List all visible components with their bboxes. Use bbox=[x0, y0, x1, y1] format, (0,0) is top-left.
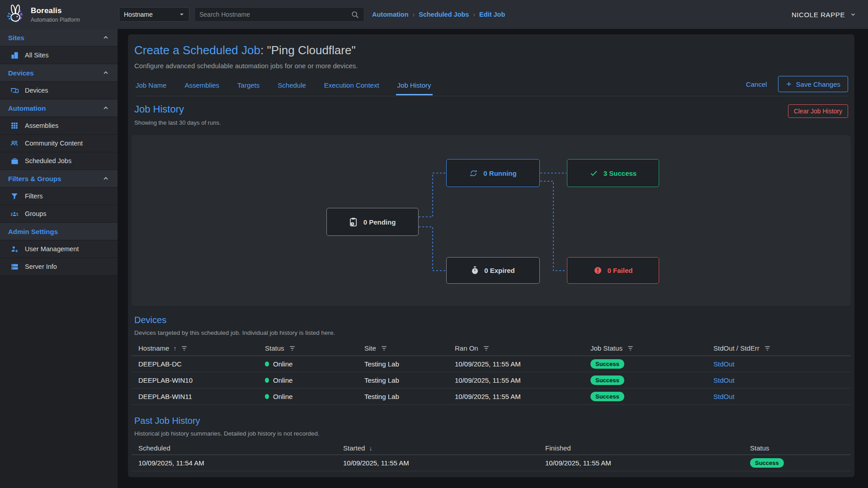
sidebar: Sites All Sites Devices Devices Automati… bbox=[0, 29, 118, 488]
breadcrumb-automation[interactable]: Automation bbox=[372, 11, 409, 18]
search-box[interactable] bbox=[194, 7, 364, 22]
search-icon[interactable] bbox=[351, 10, 359, 19]
chevron-up-icon bbox=[102, 69, 109, 76]
user-menu[interactable]: NICOLE RAPPE bbox=[792, 11, 856, 19]
sidebar-section-admin-settings[interactable]: Admin Settings bbox=[0, 223, 118, 240]
brand-subtitle: Automation Platform bbox=[31, 17, 80, 23]
column-header-stdout-stderr[interactable]: StdOut / StdErr bbox=[713, 344, 760, 352]
column-header-finished[interactable]: Finished bbox=[545, 444, 571, 452]
filter-icon[interactable] bbox=[764, 345, 771, 352]
stdout-link[interactable]: StdOut bbox=[713, 393, 851, 400]
column-header-status[interactable]: Status bbox=[750, 444, 769, 452]
column-header-scheduled[interactable]: Scheduled bbox=[138, 444, 170, 452]
people-icon bbox=[10, 139, 19, 148]
funnel-icon bbox=[10, 192, 19, 201]
sidebar-section-devices[interactable]: Devices bbox=[0, 64, 118, 82]
filter-icon[interactable] bbox=[288, 345, 296, 352]
device-site: Testing Lab bbox=[364, 393, 455, 400]
device-status: Online bbox=[273, 376, 292, 384]
chevron-down-icon bbox=[850, 11, 856, 18]
sidebar-item-label: Devices bbox=[25, 87, 48, 94]
clear-job-history-button[interactable]: Clear Job History bbox=[788, 104, 848, 118]
past-job-history-description: Historical job history summaries. Detail… bbox=[134, 430, 848, 437]
sidebar-section-automation[interactable]: Automation bbox=[0, 99, 118, 117]
sidebar-item-devices[interactable]: Devices bbox=[0, 82, 118, 99]
sidebar-item-community-content[interactable]: Community Content bbox=[0, 135, 118, 152]
tab-job-name[interactable]: Job Name bbox=[134, 77, 168, 95]
briefcase-icon bbox=[10, 156, 19, 165]
breadcrumb: Automation › Scheduled Jobs › Edit Job bbox=[372, 11, 505, 18]
sidebar-section-label: Filters & Groups bbox=[8, 175, 61, 183]
job-status-badge: Success bbox=[590, 392, 624, 401]
job-history-description: Showing the last 30 days of runs. bbox=[134, 119, 221, 126]
breadcrumb-edit-job[interactable]: Edit Job bbox=[479, 11, 505, 18]
tabs-row: Job Name Assemblies Targets Schedule Exe… bbox=[134, 76, 848, 96]
sidebar-item-all-sites[interactable]: All Sites bbox=[0, 47, 118, 64]
breadcrumb-scheduled-jobs[interactable]: Scheduled Jobs bbox=[419, 11, 469, 18]
sidebar-item-scheduled-jobs[interactable]: Scheduled Jobs bbox=[0, 152, 118, 170]
filter-icon[interactable] bbox=[627, 345, 634, 352]
hostname-filter-value: Hostname bbox=[124, 11, 153, 18]
hostname-filter-select[interactable]: Hostname bbox=[119, 7, 189, 22]
device-ran-on: 10/09/2025, 11:55 AM bbox=[455, 360, 590, 368]
tab-assemblies[interactable]: Assemblies bbox=[183, 77, 221, 95]
flow-node-running-label: 0 Running bbox=[483, 169, 516, 177]
column-header-ran-on[interactable]: Ran On bbox=[455, 344, 478, 352]
sidebar-item-label: All Sites bbox=[25, 52, 48, 59]
column-header-hostname[interactable]: Hostname bbox=[138, 344, 169, 352]
device-hostname: DEEPLAB-WIN10 bbox=[138, 376, 265, 384]
stdout-link[interactable]: StdOut bbox=[713, 376, 851, 384]
flow-node-running[interactable]: 0 Running bbox=[446, 159, 540, 187]
sidebar-item-user-management[interactable]: User Management bbox=[0, 240, 118, 258]
clipboard-clock-icon bbox=[349, 217, 358, 227]
check-icon bbox=[590, 169, 598, 178]
past-started: 10/09/2025, 11:55 AM bbox=[343, 459, 545, 467]
page-subtitle: Configure advanced schedulable automatio… bbox=[134, 62, 848, 70]
column-header-started[interactable]: Started bbox=[343, 444, 365, 452]
filter-icon[interactable] bbox=[180, 345, 188, 352]
filter-icon[interactable] bbox=[380, 345, 388, 352]
sidebar-item-label: Server Info bbox=[25, 263, 57, 270]
sidebar-item-filters[interactable]: Filters bbox=[0, 188, 118, 205]
column-header-site[interactable]: Site bbox=[364, 344, 376, 352]
job-status-badge: Success bbox=[590, 359, 624, 369]
tab-execution-context[interactable]: Execution Context bbox=[323, 77, 381, 95]
flow-node-failed-label: 0 Failed bbox=[608, 267, 633, 274]
tab-job-history[interactable]: Job History bbox=[396, 77, 433, 95]
past-job-row: 10/09/2025, 11:54 AM 10/09/2025, 11:55 A… bbox=[132, 455, 851, 471]
online-status-dot bbox=[265, 361, 269, 366]
past-scheduled: 10/09/2025, 11:54 AM bbox=[138, 459, 343, 467]
sidebar-item-assemblies[interactable]: Assemblies bbox=[0, 117, 118, 135]
column-header-status[interactable]: Status bbox=[265, 344, 284, 352]
past-status-badge: Success bbox=[750, 458, 784, 468]
job-status-flow-diagram: 0 Pending 0 Running 3 Success 0 Expired bbox=[132, 135, 851, 306]
flow-node-expired-label: 0 Expired bbox=[484, 267, 515, 274]
column-header-job-status[interactable]: Job Status bbox=[590, 344, 623, 352]
sidebar-section-sites[interactable]: Sites bbox=[0, 29, 118, 47]
online-status-dot bbox=[265, 394, 269, 399]
sync-icon bbox=[469, 169, 478, 178]
stdout-link[interactable]: StdOut bbox=[713, 360, 851, 368]
flow-node-pending[interactable]: 0 Pending bbox=[326, 208, 419, 236]
tab-targets[interactable]: Targets bbox=[236, 77, 261, 95]
server-icon bbox=[10, 262, 19, 271]
device-row: DEEPLAB-DC Online Testing Lab 10/09/2025… bbox=[132, 356, 851, 372]
sidebar-item-server-info[interactable]: Server Info bbox=[0, 258, 118, 276]
tab-schedule[interactable]: Schedule bbox=[276, 77, 307, 95]
sidebar-section-filters-groups[interactable]: Filters & Groups bbox=[0, 170, 118, 188]
sort-ascending-icon[interactable]: ↑ bbox=[173, 345, 176, 352]
save-changes-button[interactable]: Save Changes bbox=[778, 76, 848, 92]
main-content-panel: Create a Scheduled Job: "Ping Cloudflare… bbox=[128, 34, 854, 477]
sidebar-item-groups[interactable]: Groups bbox=[0, 205, 118, 223]
flow-node-expired[interactable]: 0 Expired bbox=[446, 257, 540, 284]
sort-descending-icon[interactable]: ↓ bbox=[369, 445, 372, 452]
flow-node-failed[interactable]: 0 Failed bbox=[567, 257, 659, 284]
filter-icon[interactable] bbox=[482, 345, 490, 352]
search-input[interactable] bbox=[199, 11, 351, 18]
flow-node-success[interactable]: 3 Success bbox=[567, 159, 659, 187]
page-title-job-name: : "Ping Cloudflare" bbox=[260, 43, 356, 57]
cancel-button[interactable]: Cancel bbox=[746, 80, 767, 88]
page-title-link: Create a Scheduled Job bbox=[134, 43, 260, 57]
save-changes-label: Save Changes bbox=[796, 80, 840, 88]
caret-down-icon bbox=[179, 12, 184, 17]
